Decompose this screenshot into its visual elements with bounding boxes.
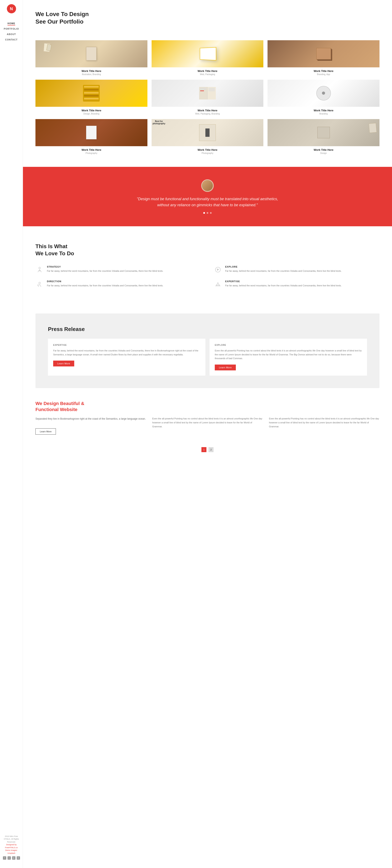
sidebar-item-contact[interactable]: CONTACT (4, 37, 19, 41)
bottom-col-desc-1: Separated they live in Bookmarksgrove ri… (35, 417, 146, 421)
service-name-strategy: STRATEGY (47, 266, 163, 268)
press-grid: EXPERTISE Far far away, behind the word … (48, 339, 367, 376)
testimonial-dot-2[interactable] (207, 212, 208, 214)
svg-point-4 (39, 282, 40, 284)
portfolio-item-5[interactable]: Work Title Here Web, Packaging, Branding (152, 80, 264, 115)
bottom-col-3: Even the all-powerful Pointing has no co… (269, 417, 380, 434)
bottom-section: We Design Beautiful & Functional Website… (23, 388, 392, 443)
service-item-direction: DIRECTION Far far away, behind the word … (35, 280, 201, 288)
portfolio-item-title-3: Work Title Here (267, 69, 380, 72)
portfolio-item-1[interactable]: Work Title Here Illustration, Branding (35, 40, 148, 75)
service-desc-direction: Far far away, behind the word mountains,… (47, 284, 163, 288)
services-grid: STRATEGY Far far away, behind the word m… (35, 266, 380, 288)
portfolio-thumb-9 (267, 119, 380, 146)
bottom-col-1: Separated they live in Bookmarksgrove ri… (35, 417, 146, 434)
portfolio-item-6[interactable]: Work Title Here Branding (267, 80, 380, 115)
services-title-line2: We Love To Do (35, 250, 74, 256)
portfolio-item-title-8: Work Title Here (152, 148, 264, 151)
learn-more-outline-button[interactable]: Learn More (35, 428, 56, 435)
portfolio-thumb-7 (35, 119, 148, 146)
portfolio-item-8[interactable]: Best forphotography Work Title Here Phot… (152, 119, 264, 154)
sidebar: N HOME PORTFOLIO ABOUT CONTACT 2016 Nitr… (0, 0, 23, 868)
copyright-text: 2016 Nitro Free HTML5. All Rights Reserv… (2, 835, 21, 844)
avatar-image (202, 180, 213, 191)
designed-by-link[interactable]: Designed by FreeHTMLS.co (5, 844, 18, 848)
page-num-1[interactable]: 1 (201, 447, 206, 452)
logo-letter: N (10, 6, 13, 11)
bottom-title-line1: We Design Beautiful & (35, 401, 84, 406)
services-section: This Is What We Love To Do STRATEGY (23, 230, 392, 297)
portfolio-item-subtitle-9: Design (267, 152, 380, 154)
portfolio-thumb-3 (267, 40, 380, 67)
portfolio-item-title-9: Work Title Here (267, 148, 380, 151)
service-desc-expertise: Far far away, behind the word mountains,… (225, 284, 341, 288)
svg-point-0 (39, 267, 40, 269)
portfolio-item-3[interactable]: Work Title Here Branding, App (267, 40, 380, 75)
press-title: Press Release (48, 326, 367, 333)
hero-title: We Love To Design See Our Portfolio (35, 10, 380, 26)
portfolio-item-2[interactable]: Work Title Here Web, Packaging (152, 40, 264, 75)
service-name-direction: DIRECTION (47, 280, 163, 283)
demo-images-link[interactable]: Demo Images: Unsplash (5, 849, 18, 854)
hero-title-line1: We Love To Design (35, 11, 89, 17)
testimonial-dot-1[interactable] (203, 212, 205, 214)
portfolio-item-subtitle-2: Web, Packaging (152, 73, 264, 75)
sidebar-item-home[interactable]: HOME (4, 21, 19, 25)
portfolio-grid: Work Title Here Illustration, Branding W… (23, 40, 392, 163)
portfolio-item-subtitle-6: Branding (267, 113, 380, 115)
portfolio-thumb-1 (35, 40, 148, 67)
testimonial-dots (35, 212, 380, 214)
instagram-icon[interactable]: in (12, 856, 15, 860)
testimonial-quote: "Design must be functional and functiona… (134, 196, 281, 208)
page-wrapper: N HOME PORTFOLIO ABOUT CONTACT 2016 Nitr… (0, 0, 392, 868)
sidebar-item-about[interactable]: ABOUT (4, 32, 19, 36)
testimonial-dot-3[interactable] (210, 212, 211, 214)
learn-more-button-1[interactable]: Learn More (53, 361, 74, 366)
strategy-icon (35, 266, 44, 274)
portfolio-item-title-2: Work Title Here (152, 69, 264, 72)
portfolio-item-title-5: Work Title Here (152, 109, 264, 112)
page-num-2[interactable]: 2 (208, 447, 214, 452)
bottom-col-2: Even the all-powerful Pointing has no co… (152, 417, 263, 434)
main-nav: HOME PORTFOLIO ABOUT CONTACT (4, 20, 19, 43)
portfolio-item-subtitle-7: Photography (35, 152, 148, 154)
logo[interactable]: N (7, 4, 16, 13)
pagination: 1 2 (23, 443, 392, 456)
service-desc-explore: Far far away, behind the word mountains,… (225, 269, 341, 273)
portfolio-thumb-6 (267, 80, 380, 107)
service-item-explore: EXPLORE Far far away, behind the word mo… (214, 266, 380, 274)
portfolio-item-subtitle-1: Illustration, Branding (35, 73, 148, 75)
hero-section: We Love To Design See Our Portfolio (23, 0, 392, 40)
facebook-icon[interactable]: f (3, 856, 6, 860)
portfolio-item-7[interactable]: Work Title Here Photography (35, 119, 148, 154)
service-name-explore: EXPLORE (225, 266, 341, 268)
portfolio-item-title-7: Work Title Here (35, 148, 148, 151)
service-name-expertise: EXPERTISE (225, 280, 341, 283)
services-title: This Is What We Love To Do (35, 243, 380, 257)
social-icons: f t in li (2, 856, 21, 860)
portfolio-item-subtitle-5: Web, Packaging, Branding (152, 113, 264, 115)
learn-more-button-2[interactable]: Learn More (215, 365, 236, 370)
service-item-strategy: STRATEGY Far far away, behind the word m… (35, 266, 201, 274)
portfolio-thumb-8: Best forphotography (152, 119, 264, 146)
portfolio-item-4[interactable]: Work Title Here Design, Branding (35, 80, 148, 115)
press-card-2: EXPLORE Even the all-powerful Pointing h… (209, 339, 367, 376)
portfolio-item-title-4: Work Title Here (35, 109, 148, 112)
linkedin-icon[interactable]: li (17, 856, 20, 860)
press-text-2: Even the all-powerful Pointing has no co… (215, 349, 362, 361)
testimonial-avatar (201, 179, 214, 192)
portfolio-item-title-6: Work Title Here (267, 109, 380, 112)
bottom-col-text-2: Even the all-powerful Pointing has no co… (152, 417, 263, 428)
portfolio-item-9[interactable]: Work Title Here Design (267, 119, 380, 154)
press-tag-2: EXPLORE (215, 344, 362, 346)
explore-icon (214, 266, 222, 274)
testimonial-section: "Design must be functional and functiona… (23, 167, 392, 226)
portfolio-thumb-4 (35, 80, 148, 107)
direction-icon (35, 280, 44, 288)
portfolio-item-subtitle-8: Photography (152, 152, 264, 154)
sidebar-item-portfolio[interactable]: PORTFOLIO (4, 27, 19, 30)
expertise-icon (214, 280, 222, 288)
bottom-title-line2: Functional Website (35, 407, 77, 412)
press-text-1: Far far away, behind the word mountains,… (53, 349, 200, 356)
twitter-icon[interactable]: t (7, 856, 11, 860)
